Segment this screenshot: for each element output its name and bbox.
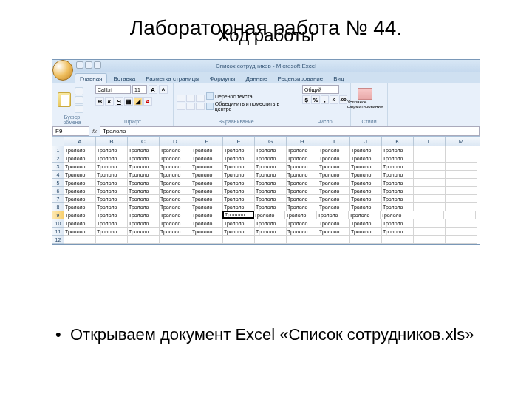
redo-icon[interactable] (94, 61, 101, 69)
font-size-select[interactable]: 11 (132, 85, 147, 94)
align-right-icon[interactable] (196, 103, 205, 110)
ribbon-tab-6[interactable]: Вид (329, 74, 348, 83)
cell-A10[interactable]: Трололо (64, 219, 96, 228)
cell-L11[interactable] (414, 228, 446, 236)
cell-A4[interactable]: Трололо (64, 171, 96, 179)
cell-I1[interactable]: Трололо (318, 146, 350, 154)
cell-A2[interactable]: Трололо (64, 154, 96, 163)
cell-A7[interactable]: Трололо (64, 195, 96, 203)
row-header-9[interactable]: 9 (52, 211, 64, 219)
cell-C12[interactable] (128, 236, 160, 244)
cell-K6[interactable]: Трололо (382, 187, 414, 195)
cell-I12[interactable] (318, 236, 350, 244)
cell-B2[interactable]: Трололо (96, 154, 128, 163)
cell-D5[interactable]: Трололо (160, 179, 191, 187)
save-icon[interactable] (76, 61, 83, 69)
cell-A5[interactable]: Трололо (64, 179, 96, 187)
cell-M8[interactable] (446, 203, 477, 211)
cell-L10[interactable] (414, 219, 446, 228)
cell-K8[interactable]: Трололо (382, 203, 414, 211)
cell-E9[interactable]: Трололо (191, 211, 223, 219)
cell-E7[interactable]: Трололо (191, 195, 223, 203)
cell-A11[interactable]: Трололо (64, 228, 96, 236)
align-bottom-icon[interactable] (196, 95, 205, 102)
cell-G5[interactable]: Трололо (255, 179, 287, 187)
cell-L2[interactable] (414, 154, 446, 163)
cell-J10[interactable]: Трололо (350, 219, 382, 228)
cell-B8[interactable]: Трололо (96, 203, 128, 211)
ribbon-tab-0[interactable]: Главная (75, 73, 107, 83)
cell-E2[interactable]: Трололо (191, 154, 223, 163)
cell-F12[interactable] (223, 236, 255, 244)
cell-A12[interactable] (64, 236, 96, 244)
bold-button[interactable]: Ж (95, 97, 104, 106)
cell-J9[interactable]: Трололо (349, 211, 381, 219)
cell-M6[interactable] (446, 187, 477, 195)
col-header-D[interactable]: D (160, 137, 191, 146)
cell-C8[interactable]: Трололо (128, 203, 160, 211)
cell-F10[interactable]: Трололо (223, 219, 255, 228)
cell-M7[interactable] (446, 195, 477, 203)
cell-L5[interactable] (414, 179, 446, 187)
cell-A6[interactable]: Трололо (64, 187, 96, 195)
align-top-icon[interactable] (177, 95, 185, 102)
cell-B5[interactable]: Трололо (96, 179, 128, 187)
cell-I2[interactable]: Трололо (318, 154, 350, 163)
cell-I11[interactable]: Трололо (318, 228, 350, 236)
cell-F9[interactable]: Трололо (222, 211, 254, 219)
cell-G12[interactable] (255, 236, 287, 244)
cell-F4[interactable]: Трололо (223, 171, 255, 179)
col-header-A[interactable]: A (64, 137, 96, 146)
cell-B6[interactable]: Трололо (96, 187, 128, 195)
col-header-M[interactable]: M (446, 137, 477, 146)
cell-C7[interactable]: Трололо (128, 195, 160, 203)
cell-I3[interactable]: Трололо (318, 163, 350, 171)
cell-G7[interactable]: Трололо (255, 195, 287, 203)
cell-J5[interactable]: Трололо (350, 179, 382, 187)
cell-G10[interactable]: Трололо (255, 219, 287, 228)
cell-K11[interactable]: Трололо (382, 228, 414, 236)
row-header-4[interactable]: 4 (52, 171, 64, 179)
cell-L1[interactable] (414, 146, 446, 154)
comma-icon[interactable]: , (321, 95, 329, 104)
align-center-icon[interactable] (186, 103, 195, 110)
cell-C11[interactable]: Трололо (128, 228, 160, 236)
cell-J7[interactable]: Трололо (350, 195, 382, 203)
formula-input[interactable]: Трололо (100, 126, 480, 136)
cell-M4[interactable] (446, 171, 477, 179)
cell-I9[interactable]: Трололо (317, 211, 349, 219)
cell-B12[interactable] (96, 236, 128, 244)
col-header-I[interactable]: I (318, 137, 350, 146)
cell-D3[interactable]: Трололо (160, 163, 191, 171)
cell-B1[interactable]: Трололо (96, 146, 128, 154)
cell-I10[interactable]: Трололо (318, 219, 350, 228)
ribbon-tab-5[interactable]: Рецензирование (273, 74, 327, 83)
fx-icon[interactable]: fx (89, 126, 100, 136)
cell-F2[interactable]: Трололо (223, 154, 255, 163)
cell-E5[interactable]: Трололо (191, 179, 223, 187)
row-header-3[interactable]: 3 (52, 163, 64, 171)
cell-E12[interactable] (191, 236, 223, 244)
col-header-J[interactable]: J (350, 137, 382, 146)
cell-M12[interactable] (446, 236, 477, 244)
cell-L9[interactable] (412, 211, 444, 219)
cell-I4[interactable]: Трололо (318, 171, 350, 179)
col-header-L[interactable]: L (414, 137, 446, 146)
cell-H10[interactable]: Трололо (287, 219, 318, 228)
cell-E6[interactable]: Трололо (191, 187, 223, 195)
cell-F6[interactable]: Трололо (223, 187, 255, 195)
align-left-icon[interactable] (177, 103, 185, 110)
cell-C1[interactable]: Трололо (128, 146, 160, 154)
col-header-E[interactable]: E (191, 137, 223, 146)
row-header-10[interactable]: 10 (52, 219, 64, 228)
cell-H7[interactable]: Трололо (287, 195, 318, 203)
cell-C10[interactable]: Трололо (128, 219, 160, 228)
increase-decimal-icon[interactable]: .0 (330, 95, 338, 104)
cell-J1[interactable]: Трололо (350, 146, 382, 154)
cell-L8[interactable] (414, 203, 446, 211)
format-painter-icon[interactable] (75, 105, 83, 113)
fill-color-icon[interactable]: ◢ (134, 97, 143, 106)
row-header-2[interactable]: 2 (52, 154, 64, 163)
cell-I7[interactable]: Трололо (318, 195, 350, 203)
col-header-C[interactable]: C (128, 137, 160, 146)
